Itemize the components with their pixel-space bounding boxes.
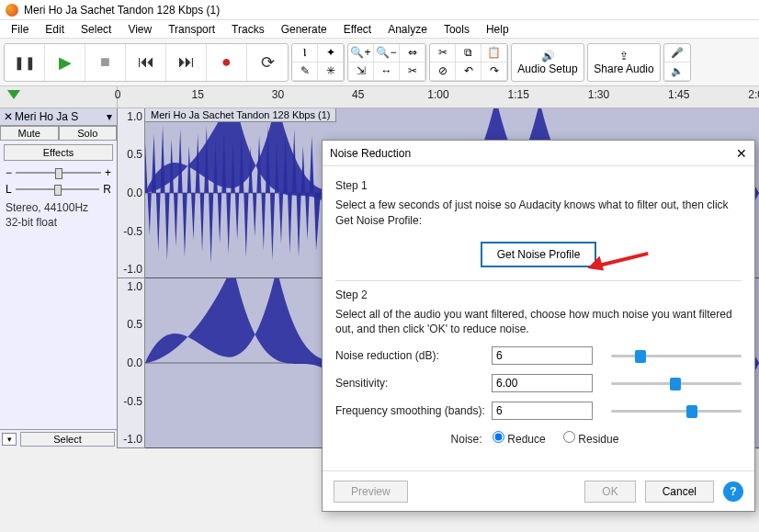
track-collapse-icon[interactable]: ▾ — [2, 433, 17, 446]
noise-reduction-input[interactable] — [492, 346, 593, 365]
effects-button[interactable]: Effects — [4, 144, 113, 161]
silence-icon[interactable]: ⊘ — [430, 62, 456, 81]
amplitude-scale: 1.0 0.5 0.0 -0.5 -1.0 1.0 0.5 0.0 -0.5 -… — [118, 108, 145, 448]
menu-effect[interactable]: Effect — [336, 21, 379, 38]
fit-selection-icon[interactable]: ⇔ — [400, 44, 425, 62]
step2-heading: Step 2 — [335, 289, 742, 301]
audio-setup-button[interactable]: 🔊 Audio Setup — [511, 43, 584, 82]
dialog-close-icon[interactable]: ✕ — [736, 146, 747, 161]
menu-bar: File Edit Select View Transport Tracks G… — [0, 20, 759, 39]
trim-icon[interactable]: ✂ — [400, 62, 425, 81]
clip-label[interactable]: Meri Ho Ja Sachet Tandon 128 Kbps (1) — [145, 108, 336, 122]
noise-reduction-label: Noise reduction (dB): — [335, 349, 492, 362]
step1-heading: Step 1 — [335, 179, 742, 192]
timeline: 0 15 30 45 1:00 1:15 1:30 1:45 2:00 — [0, 86, 759, 108]
menu-select[interactable]: Select — [74, 21, 119, 38]
sensitivity-label: Sensitivity: — [335, 377, 492, 390]
scale-label: 1.0 — [127, 280, 142, 293]
reduce-radio[interactable]: Reduce — [493, 433, 546, 446]
mute-button[interactable]: Mute — [0, 126, 59, 141]
mic-icon[interactable]: 🎤 — [664, 44, 690, 62]
menu-tools[interactable]: Tools — [436, 21, 477, 38]
window-titlebar: Meri Ho Ja Sachet Tandon 128 Kbps (1) — [0, 0, 759, 20]
transport-group: ▶ ⏮ ⏭ ⟳ — [4, 43, 289, 82]
skip-end-button[interactable]: ⏭ — [166, 44, 207, 81]
zoom-out-icon[interactable]: 🔍− — [374, 44, 400, 62]
audio-setup-label: Audio Setup — [517, 62, 577, 75]
time-ruler[interactable]: 0 15 30 45 1:00 1:15 1:30 1:45 2:00 — [118, 86, 759, 108]
menu-help[interactable]: Help — [479, 21, 516, 38]
copy-icon[interactable]: ⧉ — [456, 44, 481, 62]
sensitivity-slider[interactable] — [611, 376, 742, 391]
fit-project-icon[interactable]: ⇲ — [348, 62, 374, 81]
zoom-toggle-icon[interactable]: ↔ — [374, 62, 400, 81]
pan-right-label: R — [103, 183, 111, 196]
help-icon[interactable]: ? — [723, 481, 743, 502]
share-audio-label: Share Audio — [594, 62, 653, 75]
gain-plus-icon: + — [105, 166, 111, 179]
ruler-tick: 1:15 — [508, 88, 529, 101]
step2-text: Select all of the audio you want filtere… — [335, 307, 742, 338]
track-close-icon[interactable]: ✕ — [2, 110, 15, 123]
ruler-tick: 0 — [115, 88, 121, 101]
zoom-in-icon[interactable]: 🔍+ — [348, 44, 374, 62]
gain-slider[interactable]: − + — [0, 164, 117, 181]
preview-button[interactable]: Preview — [334, 481, 408, 503]
menu-edit[interactable]: Edit — [38, 21, 72, 38]
pause-button[interactable] — [5, 44, 45, 81]
draw-tool-icon[interactable]: ✎ — [292, 62, 318, 81]
skip-start-button[interactable]: ⏮ — [126, 44, 166, 81]
scale-label: 0.0 — [127, 357, 142, 369]
get-noise-profile-button[interactable]: Get Noise Profile — [481, 242, 597, 267]
frequency-smoothing-input[interactable] — [492, 402, 593, 420]
track-header[interactable]: ✕ Meri Ho Ja S ▾ — [0, 108, 117, 126]
multi-tool-icon[interactable]: ✳ — [318, 62, 344, 81]
menu-generate[interactable]: Generate — [274, 21, 334, 38]
zoom-group: 🔍+ 🔍− ⇔ ⇲ ↔ ✂ — [347, 43, 426, 82]
track-control-panel: ✕ Meri Ho Ja S ▾ Mute Solo Effects − + L… — [0, 108, 118, 448]
selection-tool-icon[interactable]: Ⲓ — [292, 44, 318, 62]
redo-icon[interactable]: ↷ — [481, 62, 507, 81]
out-icon[interactable]: 🔈 — [664, 62, 690, 81]
frequency-smoothing-slider[interactable] — [611, 403, 742, 418]
ruler-tick: 2:00 — [748, 88, 759, 101]
timeline-leftpad — [0, 86, 118, 108]
menu-transport[interactable]: Transport — [161, 21, 222, 38]
menu-tracks[interactable]: Tracks — [224, 21, 272, 38]
paste-icon[interactable]: 📋 — [481, 44, 507, 62]
loop-button[interactable]: ⟳ — [247, 44, 288, 81]
undo-icon[interactable]: ↶ — [456, 62, 481, 81]
noise-reduction-slider[interactable] — [611, 348, 742, 363]
ruler-tick: 1:30 — [588, 88, 609, 101]
menu-view[interactable]: View — [120, 21, 159, 38]
track-menu-icon[interactable]: ▾ — [104, 110, 115, 123]
frequency-smoothing-label: Frequency smoothing (bands): — [335, 404, 492, 417]
menu-analyze[interactable]: Analyze — [380, 21, 435, 38]
track-select-button[interactable]: Select — [20, 432, 115, 447]
stop-button[interactable] — [85, 44, 126, 81]
noise-reduction-dialog: Noise Reduction ✕ Step 1 Select a few se… — [322, 140, 755, 512]
residue-radio[interactable]: Residue — [563, 433, 618, 446]
sensitivity-input[interactable] — [492, 374, 593, 392]
speaker-icon: 🔊 — [541, 50, 555, 62]
gain-minus-icon: − — [6, 166, 12, 179]
cut-icon[interactable]: ✂ — [430, 44, 456, 62]
ruler-tick: 30 — [272, 88, 284, 101]
dialog-titlebar[interactable]: Noise Reduction ✕ — [323, 141, 754, 166]
cancel-button[interactable]: Cancel — [645, 481, 714, 503]
share-icon: ⇪ — [619, 50, 629, 62]
window-title: Meri Ho Ja Sachet Tandon 128 Kbps (1) — [24, 4, 220, 17]
scale-label: -0.5 — [123, 225, 142, 238]
play-button[interactable]: ▶ — [45, 44, 85, 81]
tools-group: Ⲓ ✦ ✎ ✳ — [291, 43, 345, 82]
record-button[interactable] — [207, 44, 247, 81]
pan-slider[interactable]: L R — [0, 181, 117, 198]
share-audio-button[interactable]: ⇪ Share Audio — [587, 43, 661, 82]
envelope-tool-icon[interactable]: ✦ — [318, 44, 344, 62]
ok-button[interactable]: OK — [584, 481, 635, 503]
menu-file[interactable]: File — [4, 21, 36, 38]
scale-label: -1.0 — [123, 263, 142, 276]
solo-button[interactable]: Solo — [59, 126, 118, 141]
scale-label: -1.0 — [123, 433, 142, 446]
app-logo-icon — [6, 4, 18, 17]
